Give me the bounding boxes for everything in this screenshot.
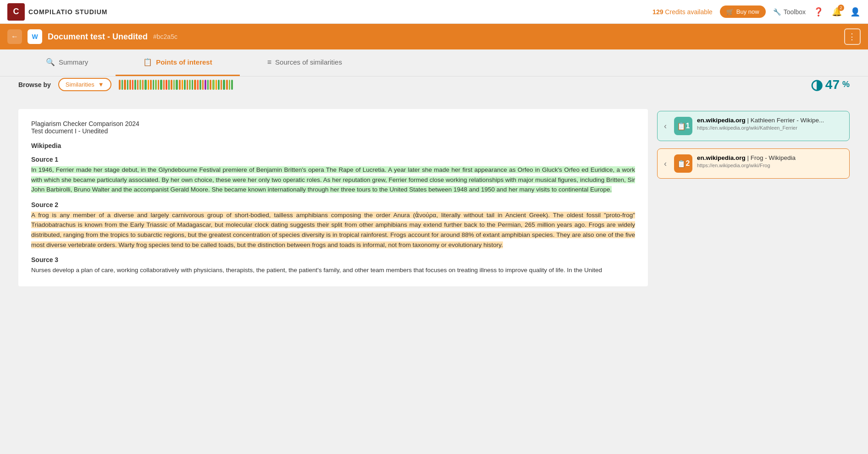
back-button[interactable]: ← [7,29,22,44]
similarity-segment [184,80,186,90]
source1-pipe: | [747,117,751,124]
navbar: C COMPILATIO STUDIUM 129 Credits availab… [0,0,868,24]
copy-icon: 📋 [677,122,686,131]
similarity-segment [205,80,206,90]
half-circle-icon: ◑ [811,77,823,93]
more-options-button[interactable]: ⋮ [844,28,861,45]
credits-text: 129 Credits available [652,8,713,16]
similarity-segment [179,80,181,90]
similarity-segment [231,80,233,90]
buy-now-label: Buy now [736,8,759,15]
similarity-segment [119,80,121,90]
source2-label: Source 2 [31,201,635,208]
similarity-segment [134,80,136,90]
similarity-segment [122,80,123,90]
percentage-value: 47 [825,77,840,92]
similarity-segment [197,80,199,90]
cart-icon: 🛒 [726,8,734,15]
doc-comparison-title: Plagiarism Checker Comparison 2024 [31,120,635,127]
similarity-segment [124,80,126,90]
similarity-bar [119,78,803,92]
similarity-segment [226,80,228,90]
chevron-down-icon: ▼ [98,81,104,88]
browse-bar: Browse by Similarities ▼ ◑ 47 % [0,77,868,93]
source-card-2[interactable]: ‹ 📋2 en.wikipedia.org | Frog - Wikipedia… [657,148,850,179]
wikipedia-label: Wikipedia [31,142,635,149]
similarity-segment [144,80,147,90]
similarity-segment [176,80,178,90]
toolbox-button[interactable]: 🔧 Toolbox [773,8,806,16]
lines-icon: ≡ [267,58,271,66]
browse-select[interactable]: Similarities ▼ [58,78,111,91]
similarity-segment [207,80,209,90]
browse-label: Browse by [18,81,51,88]
source2-number: 📋2 [674,154,692,173]
notifications-icon[interactable]: 🔔 2 [831,6,842,17]
main-content: Plagiarism Checker Comparison 2024 Test … [0,100,868,295]
similarity-segment [127,80,128,90]
source2-url: https://en.wikipedia.org/wiki/Frog [697,163,843,168]
help-icon[interactable]: ❓ [813,6,824,17]
similarity-segment [148,80,149,90]
source1-prev-arrow[interactable]: ‹ [664,121,667,131]
similarity-segment [229,80,230,90]
similarity-segment [166,80,167,90]
source1-title: Kathleen Ferrier - Wikipe... [751,117,824,124]
similarity-segment [182,80,183,90]
source1-text: In 1946, Ferrier made her stage debut, i… [31,165,635,195]
source2-pipe: | [747,154,751,161]
tab-points-of-interest[interactable]: 📋 Points of interest [116,49,240,76]
similarity-segment [163,80,165,90]
credits-label: Credits available [665,8,713,16]
buy-now-button[interactable]: 🛒 Buy now [720,5,766,18]
list-icon: 📋 [143,58,152,66]
navbar-right: 129 Credits available 🛒 Buy now 🔧 Toolbo… [652,5,861,18]
similarity-segment [173,80,175,90]
document-panel: Plagiarism Checker Comparison 2024 Test … [18,109,648,286]
source3-label: Source 3 [31,256,635,263]
logo-inner: C [13,7,19,16]
tab-sources[interactable]: ≡ Sources of similarities [240,50,370,76]
document-icon: W [28,29,42,44]
document-title: Document test - Unedited [48,32,148,42]
similarity-segment [192,80,193,90]
brand-logo: C COMPILATIO STUDIUM [7,3,108,21]
source1-highlighted: In 1946, Ferrier made her stage debut, i… [31,166,635,193]
similarity-segment [132,80,133,90]
percent-sign: % [842,80,850,89]
similarity-segment [158,80,159,90]
percentage-display: ◑ 47 % [811,77,850,93]
copy-icon-2: 📋 [677,159,686,168]
similarity-segment [223,80,225,90]
credits-number: 129 [652,8,663,16]
similarity-segment [199,80,201,90]
logo-box: C [7,3,25,21]
similarity-segment [153,80,154,90]
logo-c-letter: C [13,7,19,16]
similarity-segment [137,80,138,90]
source3-text: Nurses develop a plan of care, working c… [31,265,635,275]
similarity-segment [221,80,222,90]
source-card-1[interactable]: ‹ 📋1 en.wikipedia.org | Kathleen Ferrier… [657,111,850,141]
source1-domain: en.wikipedia.org [697,117,746,124]
tab-sources-label: Sources of similarities [275,58,342,66]
document-header: ← W Document test - Unedited #bc2a5c ⋮ [0,24,868,49]
doc-meta: Plagiarism Checker Comparison 2024 Test … [31,120,635,135]
similarity-segment [194,80,196,90]
similarity-segment [210,80,211,90]
user-icon[interactable]: 👤 [850,6,861,17]
tab-summary[interactable]: 🔍 Summary [18,49,116,76]
similarity-segment [218,80,220,90]
source1-number: 📋1 [674,117,692,135]
similarity-segment [216,80,217,90]
similarity-segment [139,80,141,90]
wrench-icon: 🔧 [773,8,781,16]
source2-site: en.wikipedia.org | Frog - Wikipedia [697,154,843,161]
similarity-segment [187,80,188,90]
source2-info: en.wikipedia.org | Frog - Wikipedia http… [697,154,843,168]
sources-panel: ‹ 📋1 en.wikipedia.org | Kathleen Ferrier… [657,109,850,286]
browse-select-value: Similarities [66,81,94,88]
source2-text: A frog is any member of a diverse and la… [31,210,635,250]
source2-title: Frog - Wikipedia [751,154,796,161]
source2-prev-arrow[interactable]: ‹ [664,159,667,169]
